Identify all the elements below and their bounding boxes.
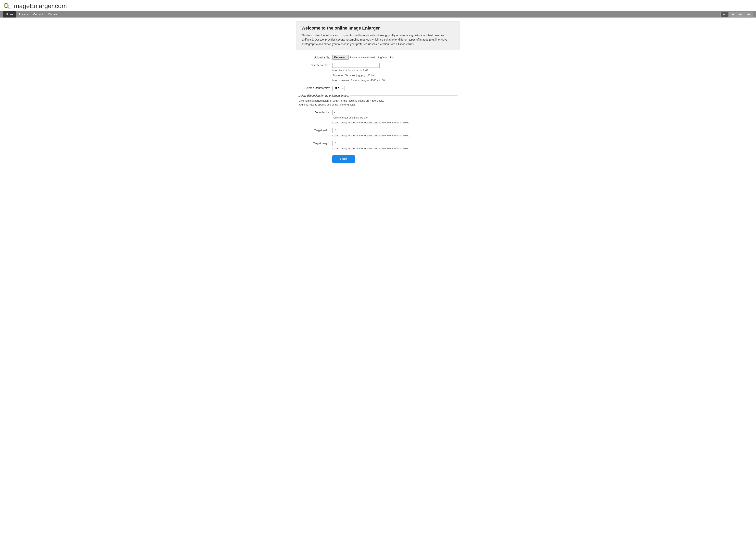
dimension-divider <box>350 95 458 96</box>
width-control: Leave empty to specify the resulting siz… <box>332 128 458 138</box>
lang-de[interactable]: DE <box>729 12 737 17</box>
file-input-row: Examinar... No se ha seleccionado ningún… <box>332 55 458 60</box>
logo-icon <box>3 3 10 10</box>
url-input[interactable] <box>332 63 380 68</box>
zoom-row: Zoom factor: You can enter decimals like… <box>298 110 458 125</box>
height-label: Target height: <box>298 141 330 145</box>
header: ImageEnlarger.com <box>0 0 756 11</box>
zoom-control: You can enter decimals like 2.5. Leave e… <box>332 110 458 125</box>
lang-fr[interactable]: FR <box>745 12 753 17</box>
nav-home[interactable]: Home <box>3 11 16 18</box>
zoom-input[interactable] <box>332 110 348 115</box>
start-button[interactable]: Start <box>332 155 355 163</box>
zoom-hint-line2: Leave empty to specify the resulting siz… <box>332 121 458 125</box>
lang-selector: EN DE ES FR <box>720 12 753 17</box>
nav-privacy[interactable]: Privacy <box>16 11 31 18</box>
format-control: JPG PNG GIF BMP <box>332 86 458 91</box>
welcome-title: Welcome to the online Image Enlarger <box>301 26 455 31</box>
nav-contact[interactable]: Contact <box>31 11 45 18</box>
dimension-section: Define dimension for the enlarged image:… <box>298 94 458 151</box>
svg-point-2 <box>5 4 6 5</box>
upload-control: Examinar... No se ha seleccionado ningún… <box>332 55 458 60</box>
url-control: Max. file size for upload is 5 MB. Suppo… <box>332 63 458 82</box>
upload-row: Upload a file: Examinar... No se ha sele… <box>298 55 458 60</box>
info-line3: Max. dimension for input images: 4100 x … <box>332 78 458 82</box>
url-row: Or enter a URL: Max. file size for uploa… <box>298 63 458 82</box>
start-button-row: Start <box>298 154 458 163</box>
width-hint: Leave empty to specify the resulting siz… <box>332 134 458 138</box>
height-control: Leave empty to specify the resulting siz… <box>332 141 458 151</box>
height-input[interactable] <box>332 141 346 146</box>
format-label: Select output format: <box>298 86 330 90</box>
site-title: ImageEnlarger.com <box>12 2 67 10</box>
dimension-header: Define dimension for the enlarged image: <box>298 94 458 97</box>
format-row: Select output format: JPG PNG GIF BMP <box>298 86 458 91</box>
dimension-desc-line2: You only have to specify one of the foll… <box>298 103 458 107</box>
width-input[interactable] <box>332 128 346 133</box>
info-line2: Supported file types: jpg, png, gif, bmp… <box>332 73 458 78</box>
format-select[interactable]: JPG PNG GIF BMP <box>332 86 345 91</box>
nav-left: Home Privacy Contact Donate <box>3 11 60 18</box>
lang-es[interactable]: ES <box>737 12 745 17</box>
lang-en[interactable]: EN <box>720 12 728 17</box>
height-row: Target height: Leave empty to specify th… <box>298 141 458 151</box>
zoom-label: Zoom factor: <box>298 110 330 114</box>
url-label: Or enter a URL: <box>298 63 330 67</box>
svg-line-3 <box>8 7 9 9</box>
navbar: Home Privacy Contact Donate EN DE ES FR <box>0 11 756 18</box>
upload-label: Upload a file: <box>298 55 330 59</box>
nav-donate[interactable]: Donate <box>46 11 60 18</box>
form-section: Upload a file: Examinar... No se ha sele… <box>296 55 460 163</box>
dimension-desc-line1: Maximum supported height or width for th… <box>298 99 458 103</box>
main-content: Welcome to the online Image Enlarger Thi… <box>293 18 463 167</box>
info-line1: Max. file size for upload is 5 MB. <box>332 69 458 73</box>
welcome-text: This free online tool allows you to upsc… <box>301 33 455 46</box>
svg-point-1 <box>5 4 8 7</box>
file-no-file-text: No se ha seleccionado ningún archivo. <box>350 56 394 59</box>
welcome-box: Welcome to the online Image Enlarger Thi… <box>296 21 460 50</box>
width-row: Target width: Leave empty to specify the… <box>298 128 458 138</box>
dimension-title: Define dimension for the enlarged image: <box>298 94 349 97</box>
dimension-desc: Maximum supported height or width for th… <box>298 99 458 107</box>
zoom-hint-line1: You can enter decimals like 2.5. <box>332 116 458 120</box>
height-hint: Leave empty to specify the resulting siz… <box>332 147 458 151</box>
width-label: Target width: <box>298 128 330 132</box>
file-browse-button[interactable]: Examinar... <box>332 55 349 60</box>
